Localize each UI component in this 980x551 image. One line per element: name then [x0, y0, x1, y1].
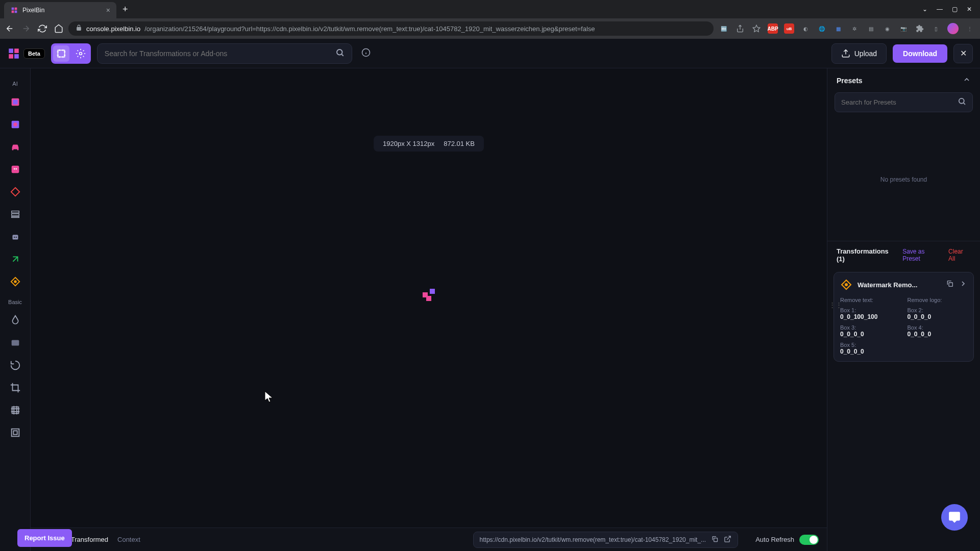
close-panel-button[interactable]: ✕ — [953, 44, 973, 63]
extension-icon[interactable]: ◐ — [800, 23, 811, 34]
ai-tool-bg-icon[interactable] — [6, 115, 24, 134]
basic-tool-resize-icon[interactable] — [6, 423, 24, 442]
forward-icon[interactable] — [21, 24, 31, 33]
tab-transformed[interactable]: Transformed — [71, 536, 108, 543]
svg-rect-20 — [11, 214, 19, 216]
ai-tool-layers-icon[interactable] — [6, 205, 24, 223]
ai-tool-watermark-icon[interactable] — [6, 272, 24, 291]
tab-close-icon[interactable]: × — [106, 6, 110, 14]
tab-title: PixelBin — [22, 7, 44, 14]
param-label: Box 4: — [908, 324, 968, 331]
preset-search-bar — [835, 92, 973, 112]
tab-context[interactable]: Context — [117, 536, 140, 543]
param-value: 0_0_0_0 — [840, 331, 900, 338]
collapse-icon[interactable] — [963, 76, 971, 85]
menu-icon[interactable]: ⋮ — [965, 23, 975, 34]
browser-tab[interactable]: PixelBin × — [4, 2, 116, 18]
mode-transform-button[interactable] — [53, 45, 69, 62]
svg-rect-1 — [15, 8, 17, 10]
right-panel: Presets No presets found Transformations… — [827, 39, 980, 551]
url-domain: console.pixelbin.io — [86, 25, 140, 33]
param-label: Box 5: — [840, 342, 900, 348]
reload-icon[interactable] — [38, 24, 47, 33]
ai-tool-diamond-icon[interactable] — [6, 183, 24, 201]
transforms-header: Transformations (1) Save as Preset Clear… — [827, 241, 980, 269]
svg-rect-6 — [9, 54, 13, 59]
open-url-icon[interactable] — [724, 535, 731, 544]
transform-name: Watermark Remo... — [857, 281, 941, 289]
puzzle-icon[interactable] — [915, 23, 925, 34]
share-icon[interactable] — [735, 23, 745, 34]
basic-tool-crop-icon[interactable] — [6, 379, 24, 397]
minimize-icon[interactable]: — — [937, 6, 943, 13]
report-issue-button[interactable]: Report Issue — [17, 529, 72, 547]
ai-tool-face-icon[interactable] — [6, 160, 24, 179]
copy-transform-icon[interactable] — [946, 280, 954, 290]
expand-transform-icon[interactable] — [959, 280, 967, 290]
star-icon[interactable] — [751, 23, 762, 34]
search-icon[interactable] — [335, 48, 345, 59]
extension-icon[interactable]: ◉ — [882, 23, 892, 34]
home-icon[interactable] — [54, 24, 63, 33]
upload-icon — [841, 49, 850, 58]
svg-point-23 — [13, 237, 14, 238]
sidepanel-icon[interactable]: ▯ — [931, 23, 941, 34]
svg-point-17 — [13, 168, 15, 170]
svg-point-34 — [845, 284, 847, 286]
maximize-icon[interactable]: ▢ — [952, 6, 958, 13]
image-dimensions: 1920px X 1312px — [383, 140, 434, 147]
transform-card[interactable]: ⋮⋮ Watermark Remo... Remove text: Remove… — [834, 272, 974, 362]
profile-avatar[interactable] — [947, 23, 959, 34]
ai-tool-robot-icon[interactable] — [6, 228, 24, 246]
basic-tool-rotate-icon[interactable] — [6, 356, 24, 374]
svg-rect-8 — [58, 50, 64, 57]
chevron-down-icon[interactable]: ⌄ — [922, 6, 927, 13]
extension-red-icon[interactable]: uB — [784, 23, 794, 34]
auto-refresh-toggle[interactable] — [799, 535, 819, 545]
param-label: Box 3: — [840, 324, 900, 331]
search-bar — [97, 43, 352, 64]
close-window-icon[interactable]: ✕ — [967, 6, 972, 13]
svg-point-18 — [15, 168, 17, 170]
translate-icon[interactable]: 🔤 — [719, 23, 729, 34]
copy-url-icon[interactable] — [711, 535, 719, 544]
auto-refresh-label: Auto Refresh — [755, 536, 794, 543]
extension-icon[interactable]: ✲ — [849, 23, 860, 34]
drag-handle-icon[interactable]: ⋮⋮ — [829, 301, 842, 309]
mode-settings-button[interactable] — [72, 45, 89, 62]
extension-icon[interactable]: ▦ — [833, 23, 843, 34]
search-input[interactable] — [105, 49, 335, 58]
lock-icon — [76, 24, 82, 33]
extension-icon[interactable]: ▤ — [866, 23, 876, 34]
back-icon[interactable] — [5, 24, 14, 33]
image-info-badge: 1920px X 1312px 872.01 KB — [374, 136, 484, 152]
ai-tool-car-icon[interactable] — [6, 138, 24, 156]
app-logo[interactable]: Beta — [7, 47, 45, 60]
basic-tool-mask-icon[interactable] — [6, 334, 24, 352]
svg-rect-16 — [11, 166, 19, 173]
address-bar[interactable]: console.pixelbin.io/organization/215264/… — [68, 21, 714, 36]
globe-icon[interactable]: 🌐 — [817, 23, 827, 34]
chat-fab-button[interactable] — [941, 504, 968, 531]
svg-rect-29 — [13, 431, 17, 434]
param-label: Box 1: — [840, 307, 900, 313]
svg-rect-2 — [12, 11, 14, 13]
param-label: Remove logo: — [908, 297, 968, 303]
ai-tool-erase-icon[interactable] — [6, 93, 24, 111]
adblock-icon[interactable]: ABP — [768, 23, 778, 34]
search-icon[interactable] — [958, 97, 966, 108]
new-tab-button[interactable]: + — [118, 2, 132, 17]
basic-tool-frame-icon[interactable] — [6, 401, 24, 419]
info-icon[interactable] — [361, 48, 371, 59]
save-preset-link[interactable]: Save as Preset — [902, 248, 943, 262]
svg-rect-31 — [430, 289, 435, 294]
camera-icon[interactable]: 📷 — [898, 23, 909, 34]
sidebar-basic-label: Basic — [8, 299, 22, 305]
upload-button[interactable]: Upload — [831, 43, 887, 64]
ai-tool-expand-icon[interactable] — [6, 250, 24, 268]
download-button[interactable]: Download — [893, 44, 947, 63]
svg-rect-35 — [949, 283, 952, 286]
preset-search-input[interactable] — [841, 98, 958, 106]
clear-all-link[interactable]: Clear All — [948, 248, 971, 262]
basic-tool-drop-icon[interactable] — [6, 311, 24, 330]
